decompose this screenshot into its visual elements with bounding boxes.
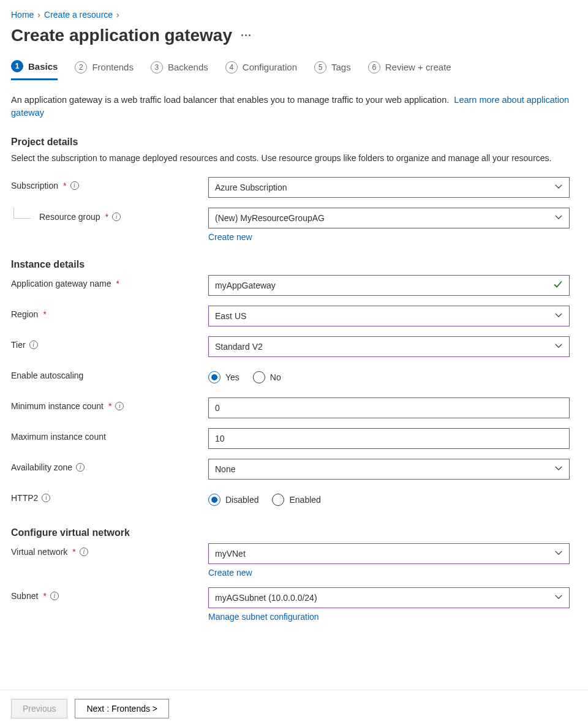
tab-label: Tags — [331, 62, 351, 72]
breadcrumb-home[interactable]: Home — [11, 10, 34, 20]
manage-subnet-link[interactable]: Manage subnet configuration — [208, 612, 319, 622]
tab-number: 6 — [368, 61, 380, 73]
section-project-details: Project details — [11, 137, 577, 148]
breadcrumb-create-resource[interactable]: Create a resource — [44, 10, 113, 20]
tab-label: Backends — [168, 62, 208, 72]
section-configure-vnet: Configure virtual network — [11, 527, 577, 538]
tab-configuration[interactable]: 4 Configuration — [225, 60, 297, 80]
tab-label: Review + create — [385, 62, 451, 72]
chevron-down-icon — [554, 213, 563, 223]
chevron-down-icon — [554, 182, 563, 192]
info-icon[interactable]: i — [29, 341, 38, 349]
chevron-down-icon — [554, 341, 563, 352]
info-icon[interactable]: i — [80, 548, 88, 556]
tab-label: Basics — [28, 61, 58, 72]
subscription-select[interactable]: Azure Subscription — [208, 177, 570, 198]
radio-icon — [208, 494, 221, 506]
radio-icon — [208, 371, 221, 383]
tree-connector-icon — [13, 208, 31, 219]
app-gateway-name-input[interactable] — [215, 276, 549, 295]
subnet-select[interactable]: myAGSubnet (10.0.0.0/24) — [208, 587, 570, 608]
http2-radio-group: Disabled Enabled — [208, 489, 570, 510]
radio-icon — [272, 494, 284, 506]
tab-number: 5 — [314, 61, 326, 73]
label-app-gateway-name: Application gateway name* — [11, 275, 208, 288]
checkmark-icon — [553, 279, 563, 291]
label-availability-zone: Availability zone i — [11, 459, 208, 472]
tab-number: 1 — [11, 60, 23, 72]
tab-label: Configuration — [243, 62, 297, 72]
label-subnet: Subnet* i — [11, 587, 208, 601]
section-project-desc: Select the subscription to manage deploy… — [11, 153, 577, 165]
info-icon[interactable]: i — [76, 463, 85, 472]
chevron-right-icon: › — [116, 10, 119, 20]
more-icon[interactable]: ··· — [241, 29, 252, 42]
max-instance-count-input[interactable] — [215, 429, 549, 448]
radio-icon — [253, 371, 265, 383]
min-instance-count-wrap — [208, 397, 570, 418]
chevron-down-icon — [554, 592, 563, 603]
resource-group-select[interactable]: (New) MyResourceGroupAG — [208, 208, 570, 228]
tab-basics[interactable]: 1 Basics — [11, 60, 58, 80]
create-new-rg-link[interactable]: Create new — [208, 232, 252, 242]
page-title: Create application gateway ··· — [11, 26, 577, 45]
info-icon[interactable]: i — [70, 181, 79, 190]
tab-number: 4 — [225, 61, 238, 73]
label-tier: Tier i — [11, 336, 208, 350]
app-gateway-name-input-wrap — [208, 275, 570, 296]
info-icon[interactable]: i — [115, 402, 124, 410]
info-icon[interactable]: i — [50, 592, 59, 600]
intro-text: An application gateway is a web traffic … — [11, 94, 577, 119]
label-min-instance-count: Minimum instance count* i — [11, 397, 208, 411]
tier-select[interactable]: Standard V2 — [208, 336, 570, 357]
autoscaling-no-radio[interactable]: No — [253, 371, 281, 383]
tab-backends[interactable]: 3 Backends — [151, 60, 208, 80]
label-max-instance-count: Maximum instance count — [11, 428, 208, 442]
http2-disabled-radio[interactable]: Disabled — [208, 494, 258, 506]
breadcrumb: Home › Create a resource › — [11, 10, 577, 20]
autoscaling-yes-radio[interactable]: Yes — [208, 371, 239, 383]
label-enable-autoscaling: Enable autoscaling — [11, 367, 208, 380]
virtual-network-select[interactable]: myVNet — [208, 543, 570, 564]
max-instance-count-wrap — [208, 428, 570, 449]
chevron-down-icon — [554, 548, 563, 559]
tab-review-create[interactable]: 6 Review + create — [368, 60, 451, 80]
tab-frontends[interactable]: 2 Frontends — [75, 60, 134, 80]
label-region: Region* — [11, 306, 208, 319]
info-icon[interactable]: i — [42, 494, 50, 502]
tab-tags[interactable]: 5 Tags — [314, 60, 351, 80]
availability-zone-select[interactable]: None — [208, 459, 570, 480]
label-resource-group: Resource group* i — [11, 208, 208, 222]
section-instance-details: Instance details — [11, 259, 577, 270]
tab-label: Frontends — [92, 62, 134, 72]
tab-number: 3 — [151, 61, 163, 73]
autoscaling-radio-group: Yes No — [208, 367, 570, 388]
wizard-tabs: 1 Basics 2 Frontends 3 Backends 4 Config… — [11, 60, 577, 80]
tab-number: 2 — [75, 61, 87, 73]
label-http2: HTTP2 i — [11, 489, 208, 503]
label-subscription: Subscription* i — [11, 177, 208, 190]
chevron-down-icon — [554, 464, 563, 474]
chevron-right-icon: › — [37, 10, 40, 20]
min-instance-count-input[interactable] — [215, 398, 549, 418]
http2-enabled-radio[interactable]: Enabled — [272, 494, 320, 506]
info-icon[interactable]: i — [112, 213, 121, 221]
chevron-down-icon — [554, 311, 563, 321]
label-virtual-network: Virtual network* i — [11, 543, 208, 557]
region-select[interactable]: East US — [208, 306, 570, 326]
create-new-vnet-link[interactable]: Create new — [208, 568, 252, 578]
